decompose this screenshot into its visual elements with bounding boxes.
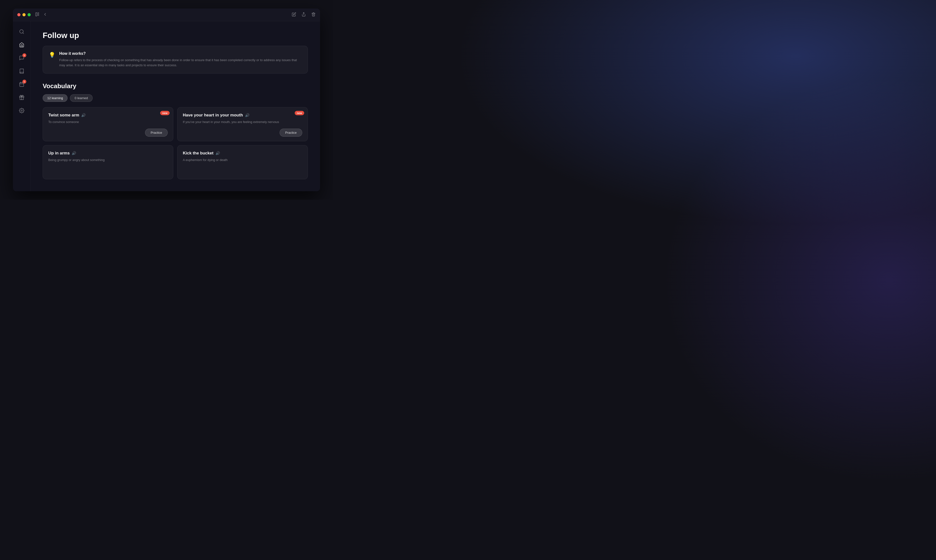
sidebar-item-calendar[interactable]: 1: [16, 78, 27, 90]
vocab-phrase: Twist some arm: [48, 113, 79, 118]
edit-icon[interactable]: [292, 12, 296, 17]
vocab-meaning: Being grumpy or angry about something: [48, 158, 168, 175]
app-window: 1 1 Follow up 💡 How it: [13, 9, 320, 191]
vocab-card-header: Twist some arm 🔊: [48, 113, 168, 118]
info-card: 💡 How it works? Follow-up refers to the …: [43, 46, 308, 74]
back-icon[interactable]: [43, 12, 47, 17]
share-icon[interactable]: [302, 12, 306, 17]
info-card-body: How it works? Follow-up refers to the pr…: [59, 51, 302, 68]
sound-icon[interactable]: 🔊: [72, 151, 76, 155]
practice-button[interactable]: Practice: [279, 129, 302, 137]
sound-icon[interactable]: 🔊: [216, 151, 220, 155]
maximize-button[interactable]: [28, 13, 31, 16]
titlebar: [13, 9, 320, 21]
sidebar-item-gifts[interactable]: [16, 92, 27, 103]
new-badge: new: [160, 111, 170, 115]
vocab-meaning: If you've your heart in your mouth, you …: [183, 120, 302, 125]
sidebar-toggle-icon[interactable]: [35, 12, 40, 17]
minimize-button[interactable]: [22, 13, 26, 16]
sound-icon[interactable]: 🔊: [81, 113, 86, 117]
sidebar-item-messages[interactable]: 1: [16, 52, 27, 63]
vocab-card-header: Up in arms 🔊: [48, 151, 168, 155]
svg-point-10: [21, 110, 22, 111]
content-area: Follow up 💡 How it works? Follow-up refe…: [31, 21, 320, 191]
svg-rect-0: [35, 13, 37, 16]
vocab-meaning: To convince someone: [48, 120, 168, 125]
vocab-card-heart-mouth: new Have your heart in your mouth 🔊 If y…: [177, 107, 308, 141]
sidebar-item-settings[interactable]: [16, 105, 27, 116]
vocab-filters: 12 learning 0 learned: [43, 94, 308, 102]
page-title: Follow up: [43, 31, 308, 40]
vocab-card-kick-the-bucket: Kick the bucket 🔊 A euphemism for dying …: [177, 145, 308, 179]
vocab-phrase: Have your heart in your mouth: [183, 113, 243, 118]
close-button[interactable]: [17, 13, 20, 16]
vocabulary-section-title: Vocabulary: [43, 82, 308, 90]
sidebar-item-library[interactable]: [16, 66, 27, 77]
vocab-phrase: Up in arms: [48, 151, 70, 155]
info-card-icon: 💡: [49, 52, 56, 58]
svg-line-3: [23, 32, 24, 34]
vocab-card-up-in-arms: Up in arms 🔊 Being grumpy or angry about…: [43, 145, 173, 179]
traffic-lights: [17, 13, 31, 16]
info-card-description: Follow-up refers to the process of check…: [59, 58, 302, 68]
vocab-card-twist-some-arm: new Twist some arm 🔊 To convince someone…: [43, 107, 173, 141]
info-card-title: How it works?: [59, 51, 302, 56]
vocab-grid: new Twist some arm 🔊 To convince someone…: [43, 107, 308, 179]
sidebar: 1 1: [13, 21, 31, 191]
sound-icon[interactable]: 🔊: [245, 113, 250, 117]
messages-badge: 1: [22, 53, 26, 57]
titlebar-controls: [35, 12, 47, 17]
filter-learning[interactable]: 12 learning: [43, 94, 68, 102]
calendar-badge: 1: [22, 80, 26, 83]
delete-icon[interactable]: [311, 12, 316, 17]
filter-learned[interactable]: 0 learned: [70, 94, 93, 102]
practice-button[interactable]: Practice: [145, 129, 168, 137]
sidebar-item-home[interactable]: [16, 39, 27, 51]
sidebar-item-search[interactable]: [16, 26, 27, 37]
vocab-meaning: A euphemism for dying or death: [183, 158, 302, 175]
vocab-card-header: Have your heart in your mouth 🔊: [183, 113, 302, 118]
vocab-phrase: Kick the bucket: [183, 151, 214, 155]
titlebar-right: [292, 12, 316, 17]
vocab-card-header: Kick the bucket 🔊: [183, 151, 302, 155]
main-layout: 1 1 Follow up 💡 How it: [13, 21, 320, 191]
new-badge: new: [295, 111, 304, 115]
